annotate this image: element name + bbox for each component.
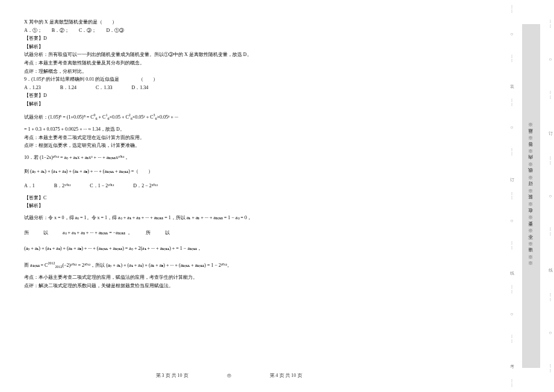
footer-sep: ◎ [227, 373, 231, 378]
footer-right: 第 4 页 共 10 页 [270, 373, 302, 378]
seal-column: ※※请※※不※※要※※在※※装※※订※※线※※内※※答※※题※※ [522, 0, 540, 392]
q8-kaodian: 考点：本题主要考查离散性随机变量及其分布列的概念。 [24, 59, 271, 67]
q9-parse-label: 【解析】 [24, 100, 271, 108]
circle-icon: ○ [549, 57, 552, 62]
q10-options: A．1 B．2²⁰¹² C．1 − 2²⁰¹² D．2 − 2²⁰¹² [24, 182, 271, 190]
q9-answer: 【答案】D [24, 92, 271, 100]
q10-parse2: 所 以 a₀ + a₁ + a₂ + ··· + a₂₀₁₁ = −a₂₀₁₂ … [24, 229, 271, 237]
q9-parse1-b: + C [98, 114, 106, 119]
q9-parse1: 试题分析：(1.05)⁶ = (1+0.05)⁶ = C06 + C16×0.0… [24, 112, 271, 122]
q9-stem: 9．(1.05)⁶ 的计算结果精确到 0.01 的近似值是 （ ） [24, 75, 271, 84]
q10-answer: 【答案】C [24, 194, 271, 202]
q10-parse4-a: 而 a₂₀₁₂ = C [24, 262, 48, 267]
q9-options: A．1.23 B．1.24 C．1.33 D．1.34 [24, 84, 271, 92]
gap-left [515, 0, 522, 392]
q8-parse-label: 【解析】 [24, 43, 271, 51]
left-column: X 其中的 X 是离散型随机变量的是（ ） A．①； B．②； C．③； D．①… [24, 18, 271, 290]
page-wrap: X 其中的 X 是离散型随机变量的是（ ） A．①； B．②； C．③； D．①… [0, 0, 554, 392]
seal-text: ※※请※※不※※要※※在※※装※※订※※线※※内※※答※※题※※ [528, 124, 535, 269]
circle-icon: ○ [511, 311, 514, 317]
q8-answer: 【答案】D [24, 34, 271, 43]
q10-dianping: 点评：解决二项式定理的系数问题，关键是根据题意恰当应用赋值法。 [24, 282, 271, 290]
q9-dianping: 点评：根据近似要求，选定研究前几项，计算要准确。 [24, 142, 271, 150]
q8-stem: X 其中的 X 是离散型随机变量的是（ ） [24, 18, 271, 26]
gap-right [540, 0, 547, 392]
q9-parse2: = 1 + 0.3 + 0.0375 + 0.0025 + ··· ≈ 1.34… [24, 125, 271, 134]
circle-icon: ○ [549, 330, 552, 335]
q9-parse1-e: ×0.05³ + ··· [157, 114, 178, 119]
q10-parse1: 试题分析：令 x = 0，得 a₀ = 1。令 x = 1，得 a₀ + a₁ … [24, 214, 271, 222]
q8-options: A．①； B．②； C．③； D．①③ [24, 26, 271, 35]
binding-sidebar: ⋮⋮ ○ ⋮⋮ 装 ⋮⋮ ○ ⋮⋮ 订 ⋮⋮ ○ ⋮⋮ 线 ⋮⋮ ○ ⋮⋮ 考 … [509, 0, 554, 392]
q9-parse1-c: ×0.05 + C [109, 114, 128, 119]
circle-icon: ○ [549, 193, 552, 199]
page-footer: 第 3 页 共 10 页 ◎ 第 4 页 共 10 页 [0, 372, 458, 379]
circle-icon: ○ [511, 125, 514, 130]
q9-parse1-d: ×0.05² + C [132, 114, 154, 119]
footer-left: 第 3 页 共 10 页 [156, 373, 188, 378]
q10-stem: 10．若 (1−2x)²⁰¹² = a₀ + a₁x + a₂x² + ··· … [24, 154, 271, 162]
content-area: X 其中的 X 是离散型随机变量的是（ ） A．①； B．②； C．③； D．①… [0, 0, 509, 392]
dot-column-right: ⋮⋮ ○ ⋮⋮ 订 ⋮⋮ ○ ⋮⋮ 线 ⋮⋮ ○ ⋮⋮ [547, 0, 553, 392]
q8-dianping: 点评：理解概念，分析对比。 [24, 67, 271, 76]
dot-column-left: ⋮⋮ ○ ⋮⋮ 装 ⋮⋮ ○ ⋮⋮ 订 ⋮⋮ ○ ⋮⋮ 线 ⋮⋮ ○ ⋮⋮ 考 … [509, 0, 515, 392]
circle-icon: ○ [511, 218, 514, 223]
q9-parse1-a: 试题分析：(1.05)⁶ = (1+0.05)⁶ = C [24, 114, 94, 119]
q10-parse4-b: (−2)²⁰¹² = 2²⁰¹²，所以 (a₀ + a₁) + (a₁ + a₂… [62, 262, 232, 267]
q10-parse3: (a₀ + a₁) + (a₁ + a₂) + (a₂ + a₃) + ··· … [24, 244, 271, 253]
q10-parse-label: 【解析】 [24, 202, 271, 210]
q8-parse1: 试题分析：所有取值可以一一列出的随机变量成为随机变量。所以①③中的 X 是离散性… [24, 51, 271, 59]
q9-kaodian: 考点：本题主要考查二项式定理在近似计算方面的应用。 [24, 134, 271, 142]
circle-icon: ○ [511, 31, 514, 37]
q10-parse4: 而 a₂₀₁₂ = C20122012(−2)²⁰¹² = 2²⁰¹²，所以 (… [24, 260, 271, 270]
q10-kaodian: 考点：本小题主要考查二项式定理的应用，赋值法的应用，考查学生的计算能力。 [24, 273, 271, 282]
q10-stem2: 则 (a₀ + a₁) + (a₁ + a₂) + (a₂ + a₃) + ··… [24, 167, 271, 176]
